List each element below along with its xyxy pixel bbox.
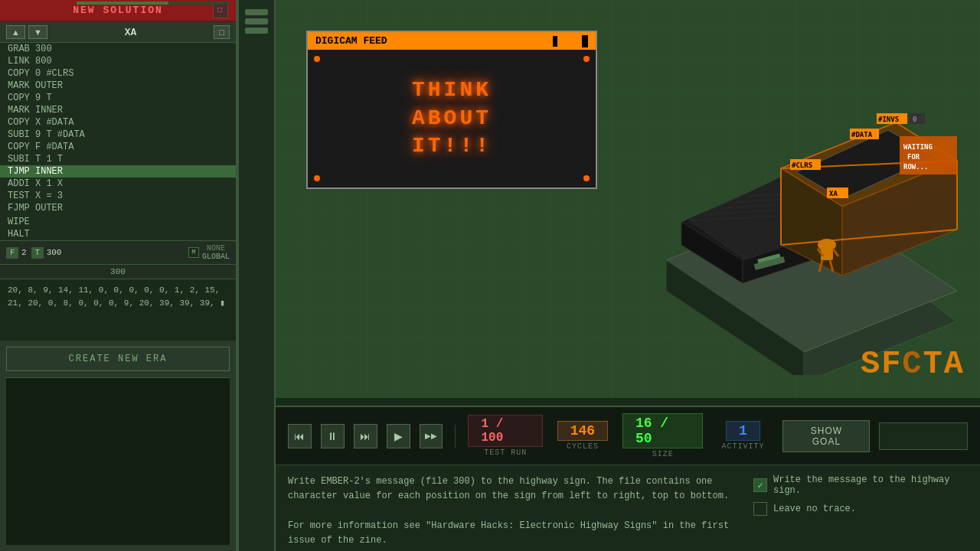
- goal-input[interactable]: [879, 422, 968, 450]
- divider-handle-1: [245, 9, 268, 15]
- code-line[interactable]: LINK 800: [0, 55, 236, 67]
- cycles-stat: 146 CYCLES: [552, 421, 613, 451]
- register-f-value: 2: [21, 248, 27, 257]
- digicam-display-text: THINK ABOUT IT!!!: [412, 77, 492, 160]
- code-line[interactable]: WIPE: [0, 216, 236, 228]
- code-line[interactable]: COPY X #DATA: [0, 116, 236, 129]
- svg-text:WAITING: WAITING: [903, 143, 933, 151]
- code-line[interactable]: ADDI X 1 X: [0, 178, 236, 190]
- left-panel: NEW SOLUTION □ ▲ ▼ XA □ GRAB 300LINK 800…: [0, 0, 237, 551]
- play-button[interactable]: ▶: [387, 424, 410, 448]
- description-secondary: For more information see "Hardware Hacks…: [288, 519, 738, 548]
- code-line[interactable]: TEST X = 3: [0, 190, 236, 202]
- code-line[interactable]: COPY F #DATA: [0, 141, 236, 153]
- controls-bar: ⏮ ⏸ ⏭ ▶ ▶▶ 1 / 100 TEST RUN 146 CYCLES 1…: [276, 407, 980, 465]
- goal-label: Write the message to the highway sign.: [773, 474, 968, 496]
- iso-machine-area: #INVS 0 #DATA #CLRS XA WAITING FOR ROW..…: [590, 46, 972, 375]
- divider-handle-3: [245, 28, 268, 34]
- digicam-line2: ABOUT: [412, 105, 492, 132]
- divider-handle-2: [245, 18, 268, 24]
- test-run-label: TEST RUN: [484, 448, 527, 457]
- description-text: Write EMBER-2's message (file 300) to th…: [288, 474, 738, 548]
- memory-address: 300: [110, 267, 126, 276]
- xa-expand-button[interactable]: □: [214, 25, 230, 39]
- size-label: SIZE: [652, 450, 674, 458]
- digicam-line1: THINK: [412, 77, 492, 104]
- goal-item: Write the message to the highway sign.: [753, 474, 968, 496]
- test-run-value: 1 / 100: [468, 415, 542, 447]
- create-new-era-button[interactable]: CREATE NEW ERA: [6, 347, 230, 371]
- divider-strip: [237, 0, 276, 551]
- memory-header: 300: [0, 265, 236, 279]
- code-line[interactable]: MARK OUTER: [0, 80, 236, 92]
- register-t: T 300: [31, 247, 62, 259]
- register-t-label: T: [31, 247, 44, 259]
- goal-checkbox[interactable]: [753, 478, 767, 492]
- step-forward-button[interactable]: ⏭: [354, 424, 377, 448]
- svg-text:XA: XA: [829, 190, 838, 197]
- svg-text:FOR: FOR: [907, 153, 920, 161]
- svg-rect-47: [910, 113, 925, 124]
- code-line[interactable]: MARK INNER: [0, 104, 236, 116]
- main-area: DIGICAM FEED THINK ABOUT IT!!!: [276, 0, 980, 398]
- goal-item: Leave no trace.: [753, 502, 968, 516]
- memory-panel: 20, 8, 9, 14, 11, 0, 0, 0, 0, 0, 1, 2, 1…: [0, 279, 236, 341]
- svg-text:0: 0: [913, 116, 916, 123]
- register-f-label: F: [6, 247, 18, 259]
- sfcta-logo: SFCTA: [861, 346, 965, 383]
- activity-stat: 1 ACTIVITY: [712, 421, 773, 451]
- register-m-value: NONE: [207, 244, 225, 253]
- xa-title: XA: [51, 27, 211, 38]
- code-line[interactable]: COPY 9 T: [0, 92, 236, 104]
- register-t-value: 300: [47, 248, 62, 257]
- pause-button[interactable]: ⏸: [321, 424, 345, 448]
- iso-machine-svg: #INVS 0 #DATA #CLRS XA WAITING FOR ROW..…: [590, 46, 972, 375]
- code-panel: GRAB 300LINK 800COPY 0 #CLRSMARK OUTERCO…: [0, 43, 236, 240]
- memory-data: 20, 8, 9, 14, 11, 0, 0, 0, 0, 0, 1, 2, 1…: [8, 285, 220, 308]
- code-line[interactable]: HALT: [0, 228, 236, 240]
- fast-forward-button[interactable]: ▶▶: [420, 424, 443, 448]
- led-dot-tl: [314, 56, 320, 62]
- led-dot-br: [583, 175, 590, 181]
- code-line[interactable]: GRAB 300: [0, 43, 236, 55]
- svg-text:#INVS: #INVS: [878, 116, 899, 123]
- goals-panel: Write the message to the highway sign.Le…: [753, 474, 968, 548]
- register-m-checkbox[interactable]: M: [188, 247, 199, 258]
- led-dot-bl: [314, 175, 320, 181]
- xa-up-button[interactable]: ▲: [6, 25, 25, 39]
- code-line[interactable]: SUBI T 1 T: [0, 153, 236, 165]
- description-area: Write EMBER-2's message (file 300) to th…: [276, 465, 980, 551]
- register-panel: F 2 T 300 M NONE GLOBAL: [0, 240, 236, 265]
- activity-value: 1: [726, 421, 760, 441]
- svg-text:#CLRS: #CLRS: [792, 161, 812, 169]
- digicam-title: DIGICAM FEED: [308, 32, 596, 50]
- code-line[interactable]: FJMP OUTER: [0, 202, 236, 214]
- show-goal-button[interactable]: SHOW GOAL: [782, 420, 870, 452]
- bottom-left-panel: [6, 377, 230, 545]
- code-line[interactable]: SUBI 9 T #DATA: [0, 129, 236, 141]
- digicam-line3: IT!!!: [412, 132, 492, 160]
- description-main: Write EMBER-2's message (file 300) to th…: [288, 474, 738, 504]
- goal-checkbox[interactable]: [753, 502, 767, 516]
- register-m: M NONE GLOBAL: [188, 244, 230, 261]
- goal-label: Leave no trace.: [773, 504, 856, 514]
- xa-header: ▲ ▼ XA □: [0, 22, 236, 43]
- led-dot-tr: [583, 56, 590, 62]
- digicam-screen: THINK ABOUT IT!!!: [308, 50, 596, 187]
- cycles-value: 146: [557, 421, 608, 441]
- svg-text:ROW...: ROW...: [903, 163, 929, 171]
- register-f: F 2: [6, 247, 27, 259]
- svg-rect-40: [821, 245, 833, 260]
- digicam-feed: DIGICAM FEED THINK ABOUT IT!!!: [306, 31, 597, 189]
- size-stat: 16 / 50 SIZE: [622, 413, 704, 458]
- svg-text:#DATA: #DATA: [851, 131, 873, 139]
- rewind-button[interactable]: ⏮: [288, 424, 312, 448]
- test-run-stat: 1 / 100 TEST RUN: [468, 415, 542, 457]
- bottom-panel: ⏮ ⏸ ⏭ ▶ ▶▶ 1 / 100 TEST RUN 146 CYCLES 1…: [276, 406, 980, 551]
- xa-down-button[interactable]: ▼: [28, 25, 47, 39]
- minimize-button[interactable]: □: [213, 3, 228, 18]
- code-line[interactable]: COPY 0 #CLRS: [0, 67, 236, 80]
- cycles-label: CYCLES: [567, 442, 599, 451]
- memory-cursor: ▮: [220, 298, 225, 308]
- code-line[interactable]: TJMP INNER: [0, 165, 236, 178]
